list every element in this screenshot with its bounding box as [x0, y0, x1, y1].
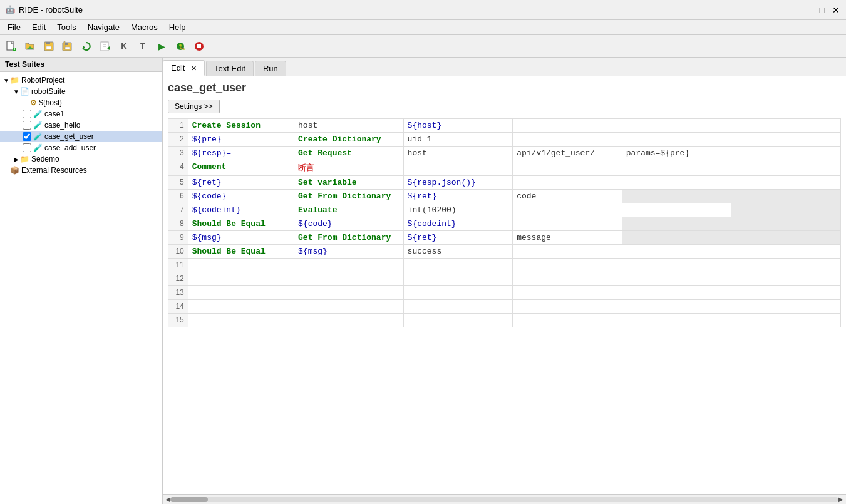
table-cell[interactable]	[731, 160, 841, 176]
table-cell[interactable]	[731, 147, 841, 160]
text-button[interactable]: T	[134, 38, 152, 55]
export-button[interactable]	[96, 38, 114, 55]
run-button[interactable]: ▶	[153, 38, 170, 55]
table-cell[interactable]	[513, 160, 622, 176]
refresh-button[interactable]	[78, 38, 95, 55]
maximize-button[interactable]: □	[817, 5, 827, 15]
scroll-track[interactable]	[170, 497, 838, 502]
table-cell[interactable]: int(10200)	[403, 203, 513, 217]
table-cell[interactable]	[403, 272, 513, 286]
table-cell[interactable]: Get Request	[294, 147, 404, 160]
save-button[interactable]	[40, 38, 58, 55]
table-cell[interactable]	[294, 286, 404, 300]
table-cell[interactable]	[622, 217, 731, 231]
table-cell[interactable]: ${resp}=	[188, 147, 294, 160]
tab-text-edit[interactable]: Text Edit	[206, 61, 254, 76]
checkbox-case-add-user[interactable]	[23, 143, 31, 152]
table-cell[interactable]	[513, 217, 622, 231]
tab-run[interactable]: Run	[255, 61, 286, 76]
table-cell[interactable]: ${msg}	[188, 231, 294, 245]
table-cell[interactable]	[403, 160, 513, 176]
table-cell[interactable]	[731, 190, 841, 203]
table-cell[interactable]	[294, 272, 404, 286]
menu-help[interactable]: Help	[164, 21, 191, 33]
table-cell[interactable]: ${code}	[188, 190, 294, 203]
table-cell[interactable]: message	[513, 231, 622, 245]
table-cell[interactable]	[622, 190, 731, 203]
table-cell[interactable]	[294, 314, 404, 327]
key-button[interactable]: K	[115, 38, 133, 55]
table-cell[interactable]: api/v1/get_user/	[513, 147, 622, 160]
tree-item-case1[interactable]: 🧪 case1	[0, 108, 162, 120]
table-cell[interactable]: Should Be Equal	[188, 217, 294, 231]
table-cell[interactable]	[622, 176, 731, 190]
table-cell[interactable]	[622, 133, 731, 147]
open-button[interactable]	[21, 38, 39, 55]
table-cell[interactable]	[513, 176, 622, 190]
table-cell[interactable]: host	[294, 119, 404, 133]
table-cell[interactable]: ${ret}	[188, 176, 294, 190]
tree-item-robot-suite[interactable]: ▼ 📄 robotSuite	[0, 86, 162, 97]
table-cell[interactable]: Evaluate	[294, 203, 404, 217]
close-button[interactable]: ✕	[831, 5, 841, 15]
table-cell[interactable]	[731, 286, 841, 300]
table-cell[interactable]: Create Dictionary	[294, 133, 404, 147]
table-cell[interactable]	[622, 272, 731, 286]
expand-robot-project[interactable]: ▼	[3, 77, 10, 84]
table-cell[interactable]	[731, 119, 841, 133]
checkbox-case-hello[interactable]	[23, 121, 31, 130]
horizontal-scrollbar[interactable]: ◀ ▶	[163, 494, 846, 504]
table-cell[interactable]: Should Be Equal	[188, 245, 294, 259]
table-cell[interactable]	[622, 286, 731, 300]
tab-edit[interactable]: Edit ✕	[163, 60, 205, 76]
table-cell[interactable]	[403, 259, 513, 272]
table-cell[interactable]	[731, 231, 841, 245]
table-cell[interactable]	[731, 272, 841, 286]
table-cell[interactable]: 断言	[294, 160, 404, 176]
table-cell[interactable]	[731, 203, 841, 217]
debug-button[interactable]: 🐛	[172, 38, 189, 55]
table-cell[interactable]	[513, 203, 622, 217]
minimize-button[interactable]: —	[803, 5, 813, 15]
table-cell[interactable]	[513, 133, 622, 147]
table-cell[interactable]	[622, 300, 731, 314]
scroll-right-arrow[interactable]: ▶	[838, 496, 843, 503]
expand-sedemo[interactable]: ▶	[13, 156, 20, 163]
table-cell[interactable]	[188, 259, 294, 272]
menu-tools[interactable]: Tools	[52, 21, 81, 33]
table-cell[interactable]: code	[513, 190, 622, 203]
table-cell[interactable]	[622, 119, 731, 133]
table-cell[interactable]	[622, 160, 731, 176]
table-cell[interactable]: Get From Dictionary	[294, 190, 404, 203]
table-cell[interactable]	[513, 314, 622, 327]
table-cell[interactable]	[188, 300, 294, 314]
tree-item-robot-project[interactable]: ▼ 📁 RobotProject	[0, 75, 162, 86]
table-cell[interactable]	[731, 259, 841, 272]
tree-item-host-var[interactable]: ▶ ⚙ ${host}	[0, 97, 162, 108]
tree-item-external-resources[interactable]: ▶ 📦 External Resources	[0, 165, 162, 176]
table-cell[interactable]	[188, 272, 294, 286]
tree-item-case-hello[interactable]: 🧪 case_hello	[0, 120, 162, 131]
table-cell[interactable]	[622, 203, 731, 217]
table-cell[interactable]: ${resp.json()}	[403, 176, 513, 190]
table-cell[interactable]	[731, 176, 841, 190]
table-cell[interactable]: ${msg}	[294, 245, 404, 259]
tree-item-sedemo[interactable]: ▶ 📁 Sedemo	[0, 153, 162, 165]
checkbox-case-get-user[interactable]	[23, 132, 31, 141]
scroll-left-arrow[interactable]: ◀	[165, 496, 170, 503]
new-button[interactable]: +	[3, 38, 20, 55]
table-cell[interactable]	[622, 245, 731, 259]
table-cell[interactable]	[403, 300, 513, 314]
table-cell[interactable]	[622, 231, 731, 245]
table-cell[interactable]: Comment	[188, 160, 294, 176]
scroll-thumb[interactable]	[170, 497, 208, 502]
table-cell[interactable]: uid=1	[403, 133, 513, 147]
menu-navigate[interactable]: Navigate	[83, 21, 125, 33]
table-cell[interactable]	[403, 314, 513, 327]
table-cell[interactable]	[188, 286, 294, 300]
table-cell[interactable]	[731, 314, 841, 327]
expand-robot-suite[interactable]: ▼	[13, 88, 20, 95]
table-cell[interactable]: Get From Dictionary	[294, 231, 404, 245]
tab-edit-close[interactable]: ✕	[191, 64, 197, 72]
table-cell[interactable]: success	[403, 245, 513, 259]
